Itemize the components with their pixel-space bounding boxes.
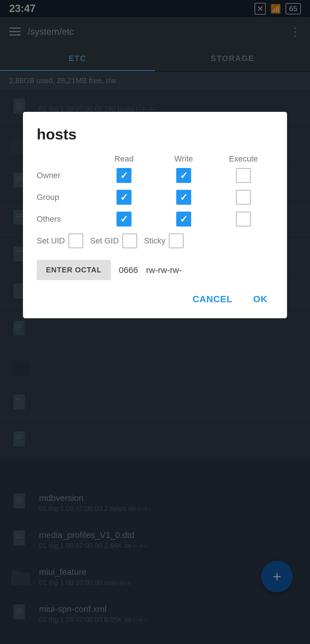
ok-button[interactable]: OK (247, 290, 273, 308)
permissions-header: Read Write Execute (37, 154, 273, 163)
dialog-title: hosts (37, 126, 273, 143)
others-label: Others (37, 214, 94, 224)
owner-write-checkbox[interactable] (176, 168, 191, 183)
owner-read-checkbox[interactable] (117, 168, 131, 183)
owner-label: Owner (37, 171, 94, 180)
permissions-dialog: hosts Read Write Execute Owner Group (23, 112, 287, 318)
setgid-label: Set GID (90, 236, 119, 245)
setgid-flag: Set GID (90, 233, 137, 248)
owner-row: Owner (37, 168, 273, 183)
sticky-checkbox[interactable] (169, 233, 184, 248)
group-label: Group (37, 193, 94, 202)
sticky-label: Sticky (144, 236, 166, 245)
group-write-cell (154, 190, 214, 205)
others-write-cell (154, 212, 214, 227)
group-read-checkbox[interactable] (117, 190, 131, 205)
special-flags-row: Set UID Set GID Sticky (37, 233, 273, 248)
cancel-button[interactable]: CANCEL (187, 290, 238, 308)
header-empty (37, 154, 94, 163)
owner-execute-checkbox[interactable] (236, 168, 251, 183)
group-write-checkbox[interactable] (176, 190, 191, 205)
others-read-cell (94, 212, 154, 227)
group-execute-checkbox[interactable] (236, 190, 251, 205)
others-read-checkbox[interactable] (117, 212, 131, 227)
modal-overlay (0, 0, 310, 644)
group-row: Group (37, 190, 273, 205)
owner-execute-cell (214, 168, 273, 183)
permissions-grid: Read Write Execute Owner Group (37, 154, 273, 227)
others-row: Others (37, 212, 273, 227)
enter-octal-button[interactable]: ENTER OCTAL (37, 260, 111, 280)
octal-section: ENTER OCTAL 0666 rw-rw-rw- (37, 260, 273, 280)
header-read: Read (94, 154, 154, 163)
others-execute-checkbox[interactable] (236, 212, 251, 227)
perm-string: rw-rw-rw- (146, 265, 182, 275)
group-execute-cell (214, 190, 273, 205)
group-read-cell (94, 190, 154, 205)
header-execute: Execute (214, 154, 273, 163)
octal-value: 0666 (119, 265, 138, 275)
setuid-checkbox[interactable] (68, 233, 83, 248)
setuid-label: Set UID (37, 236, 65, 245)
header-write: Write (154, 154, 214, 163)
setgid-checkbox[interactable] (122, 233, 137, 248)
owner-read-cell (94, 168, 154, 183)
owner-write-cell (154, 168, 214, 183)
dialog-buttons: CANCEL OK (37, 290, 273, 308)
sticky-flag: Sticky (144, 233, 184, 248)
setuid-flag: Set UID (37, 233, 83, 248)
others-execute-cell (214, 212, 273, 227)
others-write-checkbox[interactable] (176, 212, 191, 227)
